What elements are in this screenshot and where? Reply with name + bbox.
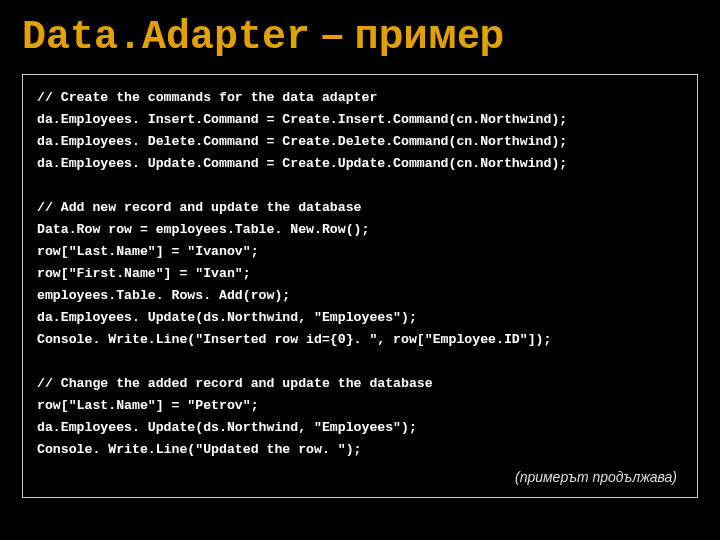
code-line: // Create the commands for the data adap… — [37, 90, 377, 105]
code-line: row["Last.Name"] = "Petrov"; — [37, 398, 259, 413]
code-line: // Change the added record and update th… — [37, 376, 433, 391]
code-line: da.Employees. Update(ds.Northwind, "Empl… — [37, 420, 417, 435]
code-content: // Create the commands for the data adap… — [37, 87, 683, 461]
title-word: пример — [355, 12, 504, 56]
code-line: Console. Write.Line("Updated the row. ")… — [37, 442, 361, 457]
code-box: // Create the commands for the data adap… — [22, 74, 698, 498]
code-line: row["Last.Name"] = "Ivanov"; — [37, 244, 259, 259]
code-line: da.Employees. Update.Command = Create.Up… — [37, 156, 567, 171]
code-line: da.Employees. Delete.Command = Create.De… — [37, 134, 567, 149]
title-code-part: Data.Adapter — [22, 15, 310, 60]
slide: Data.Adapter – пример // Create the comm… — [0, 0, 720, 540]
code-line: // Add new record and update the databas… — [37, 200, 361, 215]
continuation-note: (примерът продължава) — [37, 461, 683, 485]
code-line: Console. Write.Line("Inserted row id={0}… — [37, 332, 551, 347]
code-line: Data.Row row = employees.Table. New.Row(… — [37, 222, 369, 237]
slide-title: Data.Adapter – пример — [22, 12, 698, 60]
code-line: row["First.Name"] = "Ivan"; — [37, 266, 251, 281]
code-line: da.Employees. Insert.Command = Create.In… — [37, 112, 567, 127]
code-line: da.Employees. Update(ds.Northwind, "Empl… — [37, 310, 417, 325]
code-line: employees.Table. Rows. Add(row); — [37, 288, 290, 303]
title-dash: – — [310, 12, 354, 56]
